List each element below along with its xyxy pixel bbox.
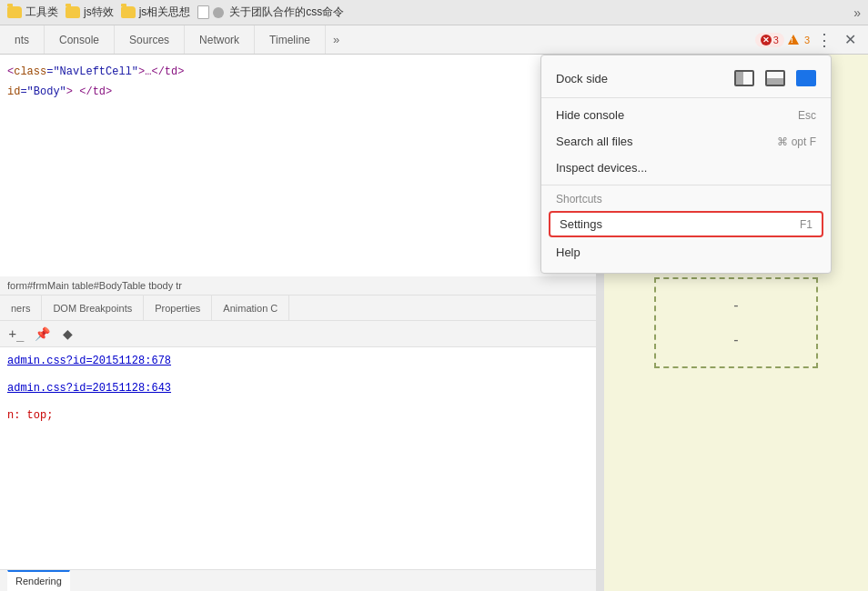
menu-separator-2	[541, 185, 831, 185]
tab-label: Console	[59, 34, 99, 46]
breadcrumb-text: form#frmMain table#BodyTable tbody tr	[7, 280, 182, 291]
menu-item-hide-console[interactable]: Hide console Esc	[541, 102, 831, 128]
subtab-listeners[interactable]: ners	[0, 296, 42, 320]
dom-line-2: id="Body"> </td>	[0, 82, 603, 102]
bookmark-label: 关于团队合作的css命令	[229, 5, 344, 20]
code-area: admin.css?id=20151128:678 admin.css?id=2…	[0, 347, 603, 569]
dock-bottom-button[interactable]	[765, 70, 785, 86]
tab-label: Timeline	[269, 34, 310, 46]
devtools-panel: nts Console Sources Network Timeline » ✕…	[0, 25, 868, 591]
tab-bar: nts Console Sources Network Timeline » ✕…	[0, 25, 868, 55]
add-style-icon[interactable]: +_	[7, 325, 25, 343]
bookmark-label: 工具类	[25, 5, 58, 20]
error-icon: ✕	[761, 35, 772, 45]
css-property: n: top;	[7, 409, 53, 422]
subtab-properties[interactable]: Properties	[144, 296, 212, 320]
subtab-label: Animation C	[223, 303, 278, 314]
menu-item-search-all-files[interactable]: Search all files ⌘ opt F	[541, 128, 831, 155]
folder-icon	[121, 6, 136, 18]
left-panel: <class="NavLeftCell">…</td> id="Body"> <…	[0, 55, 604, 591]
menu-item-inspect-devices[interactable]: Inspect devices...	[541, 155, 831, 181]
pin-icon[interactable]: 📌	[33, 325, 51, 343]
bookmark-item-jseffects[interactable]: js特效	[66, 5, 114, 20]
bookmark-label: js相关思想	[139, 5, 191, 20]
error-badge: ✕ 3	[755, 33, 784, 47]
subtab-label: ners	[11, 303, 30, 314]
preview-minus-1: -	[733, 297, 738, 314]
menu-item-help[interactable]: Help	[541, 239, 831, 265]
dom-area: <class="NavLeftCell">…</td> id="Body"> <…	[0, 55, 603, 276]
bottom-tab-bar: Rendering	[0, 569, 603, 591]
dock-side-row: Dock side	[541, 63, 831, 94]
bookmark-bar: 工具类 js特效 js相关思想 关于团队合作的css命令 »	[0, 0, 868, 25]
page-icon	[197, 5, 209, 19]
tab-sources[interactable]: Sources	[115, 25, 185, 54]
rendering-tab-label: Rendering	[15, 576, 62, 586]
menu-item-label: Help	[556, 245, 580, 259]
tab-console[interactable]: Console	[45, 25, 115, 54]
bookmark-label: js特效	[84, 5, 114, 20]
menu-item-label: Settings	[560, 217, 602, 231]
menu-button[interactable]: ⋮	[813, 29, 835, 51]
breadcrumb: form#frmMain table#BodyTable tbody tr	[0, 276, 603, 296]
dock-left-button[interactable]	[734, 70, 754, 86]
disk-icon	[213, 7, 224, 18]
bookmark-item-jsthoughts[interactable]: js相关思想	[121, 5, 191, 20]
tab-timeline[interactable]: Timeline	[255, 25, 326, 54]
menu-item-shortcut: Esc	[798, 109, 816, 122]
warning-count: 3	[804, 35, 810, 45]
dock-right-button[interactable]	[796, 70, 816, 86]
code-property-block: n: top;	[7, 409, 596, 422]
tab-bar-right: ✕ 3 3 ⋮ ✕	[755, 25, 868, 54]
bookmark-more[interactable]: »	[853, 5, 861, 20]
preview-box: - -	[654, 277, 818, 368]
css-link-2[interactable]: admin.css?id=20151128:643	[7, 382, 171, 395]
close-button[interactable]: ✕	[839, 29, 861, 51]
preview-minus-2: -	[733, 332, 738, 348]
menu-item-settings[interactable]: Settings F1	[549, 211, 823, 237]
code-block-2: admin.css?id=20151128:643	[7, 382, 596, 395]
bookmark-item-css[interactable]: 关于团队合作的css命令	[197, 5, 344, 20]
subtab-dom-breakpoints[interactable]: DOM Breakpoints	[42, 296, 144, 320]
diamond-icon[interactable]: ◆	[58, 325, 76, 343]
menu-item-shortcut: F1	[800, 218, 812, 231]
dropdown-menu: Dock side Hide console Esc Search all fi…	[540, 55, 832, 274]
tab-more-label: »	[333, 33, 339, 46]
menu-separator-1	[541, 97, 831, 98]
css-link-1[interactable]: admin.css?id=20151128:678	[7, 355, 171, 367]
subtab-label: Properties	[155, 303, 200, 314]
bookmark-item-tools[interactable]: 工具类	[7, 5, 58, 20]
menu-section-shortcuts: Shortcuts	[541, 189, 831, 209]
tab-label: nts	[15, 34, 29, 46]
error-count: 3	[773, 35, 779, 45]
tab-label: Sources	[129, 34, 169, 46]
folder-icon	[7, 6, 22, 18]
menu-item-shortcut: ⌘ opt F	[777, 135, 816, 148]
tab-more[interactable]: »	[326, 25, 347, 54]
warning-badge: 3	[788, 35, 810, 45]
tab-elements[interactable]: nts	[0, 25, 45, 54]
code-block-1: admin.css?id=20151128:678	[7, 355, 596, 367]
sub-tab-bar: ners DOM Breakpoints Properties Animatio…	[0, 296, 603, 321]
menu-item-label: Hide console	[556, 108, 624, 122]
dock-side-label: Dock side	[556, 72, 608, 85]
menu-item-label: Inspect devices...	[556, 161, 647, 175]
folder-icon	[66, 6, 80, 18]
subtab-animation[interactable]: Animation C	[212, 296, 289, 320]
tab-network[interactable]: Network	[185, 25, 255, 54]
dom-line-1: <class="NavLeftCell">…</td>	[0, 62, 603, 82]
tab-label: Network	[199, 34, 239, 46]
section-header-label: Shortcuts	[556, 193, 602, 205]
styles-toolbar: +_ 📌 ◆	[0, 321, 603, 347]
rendering-tab[interactable]: Rendering	[7, 570, 70, 591]
menu-item-label: Search all files	[556, 135, 633, 148]
warning-icon	[788, 35, 799, 45]
subtab-label: DOM Breakpoints	[53, 303, 132, 314]
